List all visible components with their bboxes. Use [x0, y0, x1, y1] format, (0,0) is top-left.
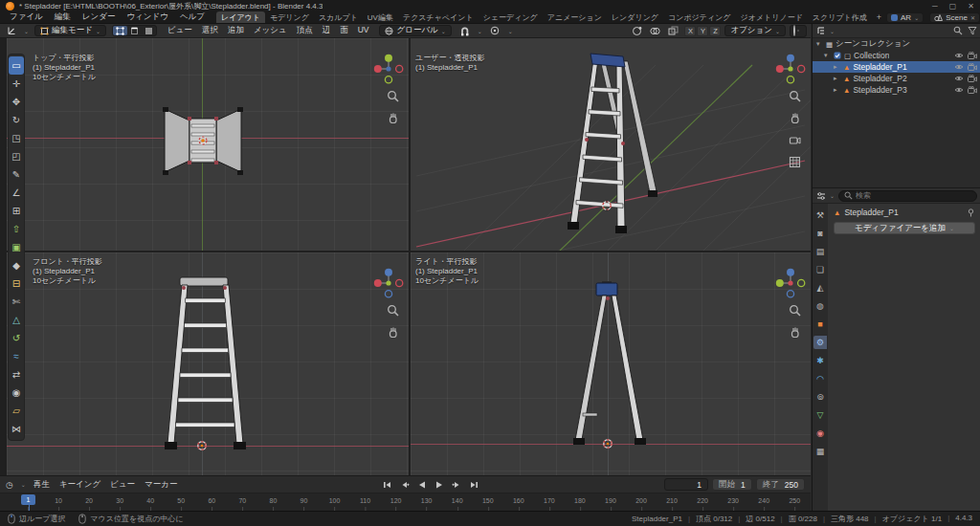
hide-eye-icon[interactable] [954, 86, 964, 94]
viewport-menu-item[interactable]: メッシュ [249, 25, 292, 36]
pan-hand-icon[interactable] [789, 326, 801, 339]
zoom-icon[interactable] [387, 304, 399, 317]
timeline-ruler[interactable]: 1102030405060708090100110120130140150160… [0, 493, 811, 511]
mirror-axis-toggle[interactable]: Z [709, 26, 721, 36]
pan-hand-icon[interactable] [387, 326, 399, 339]
navigation-gizmo[interactable] [373, 54, 404, 84]
tool-button-bevel[interactable]: ◆ [9, 256, 24, 274]
toggle-ortho-grid-icon[interactable] [789, 156, 801, 168]
zoom-icon[interactable] [789, 90, 801, 102]
snap-magnet-toggle[interactable] [457, 25, 472, 37]
properties-tab-physics[interactable]: ◠ [813, 372, 827, 385]
timeline-menu-item[interactable]: マーカー [145, 479, 177, 491]
wireframe-shading-button[interactable] [793, 26, 795, 35]
outliner-filter-icon[interactable] [968, 26, 977, 35]
playhead-marker[interactable]: 1 [21, 494, 35, 505]
viewport-menu-item[interactable]: 追加 [223, 25, 249, 36]
properties-tab-tool[interactable]: ⚒ [813, 208, 827, 222]
camera-view-icon[interactable] [789, 134, 801, 146]
outliner-collection-row[interactable]: ▾ ▢ Collection [813, 50, 980, 61]
pan-hand-icon[interactable] [387, 112, 399, 124]
viewport-right-ortho[interactable]: ライト・平行投影(1) Stepladder_P110センチメートル [411, 252, 811, 475]
menubar-item[interactable]: ファイル [4, 11, 49, 21]
properties-tab-object[interactable]: ■ [813, 318, 827, 331]
next-keyframe-button[interactable] [450, 478, 462, 491]
add-workspace-button[interactable]: + [872, 12, 886, 22]
pin-icon[interactable] [967, 208, 975, 217]
proportional-edit-toggle[interactable] [488, 25, 502, 37]
current-frame-field[interactable]: 1 [664, 478, 708, 491]
hide-eye-icon[interactable] [954, 63, 964, 71]
edge-select-button[interactable] [127, 26, 142, 35]
workspace-tab[interactable]: シェーディング [479, 11, 543, 24]
zoom-icon[interactable] [789, 304, 801, 317]
menubar-item[interactable]: レンダー [77, 11, 122, 21]
viewport-menu-item[interactable]: 辺 [318, 25, 336, 36]
add-modifier-button[interactable]: モディファイアーを追加 ⌄ [834, 222, 975, 234]
workspace-tab[interactable]: テクスチャペイント [398, 11, 479, 24]
disclosure-icon[interactable]: ▸ [834, 75, 840, 82]
properties-tab-render[interactable]: ◙ [813, 227, 827, 240]
frame-end-field[interactable]: 終了250 [756, 478, 805, 491]
tool-button-edge-slide[interactable]: ⇄ [9, 365, 24, 384]
tool-button-spin[interactable]: ↺ [9, 329, 24, 347]
workspace-tab[interactable]: レイアウト [216, 11, 265, 24]
workspace-tab[interactable]: モデリング [265, 11, 314, 24]
outliner-object-row-stepladder-p2[interactable]: ▸ ▲ Stepladder_P2 [813, 73, 980, 84]
vertex-select-button[interactable] [113, 26, 127, 35]
toggle-xray[interactable] [666, 25, 680, 37]
scene-selector[interactable]: Scene✕ [929, 12, 980, 23]
properties-tab-constraints[interactable]: ⊚ [813, 390, 827, 404]
mode-dropdown[interactable]: 編集モード⌄ [34, 25, 106, 36]
maximize-button[interactable]: ▢ [949, 2, 957, 11]
properties-editor-icon[interactable] [816, 191, 826, 201]
workspace-tab[interactable]: コンポジティング [663, 11, 736, 24]
timeline-menu-item[interactable]: 再生 [33, 479, 50, 491]
outliner-scene-collection[interactable]: ▾ ▦ シーンコレクション [813, 38, 980, 50]
collection-checkbox[interactable] [834, 52, 841, 59]
jump-to-end-button[interactable] [467, 478, 479, 491]
menubar-item[interactable]: 編集 [49, 11, 77, 21]
viewport-menu-item[interactable]: 選択 [197, 25, 223, 36]
workspace-tab[interactable]: UV編集 [363, 11, 398, 24]
tool-button-knife[interactable]: ✄ [9, 293, 24, 311]
properties-tab-view-layer[interactable]: ❏ [813, 263, 827, 276]
viewport-top-ortho[interactable]: トップ・平行投影(1) Stepladder_P110センチメートル [7, 38, 409, 251]
mirror-axis-toggle[interactable]: Y [697, 26, 708, 36]
workspace-tab[interactable]: レンダリング [607, 11, 663, 24]
show-overlays-toggle[interactable] [648, 25, 662, 37]
tool-button-cursor[interactable]: ✛ [9, 75, 24, 93]
tool-button-annotate[interactable]: ✎ [9, 165, 24, 184]
navigation-gizmo[interactable] [373, 268, 404, 298]
timeline-menu-item[interactable]: ビュー [110, 479, 135, 491]
outliner-object-row-stepladder-p3[interactable]: ▸ ▲ Stepladder_P3 [813, 84, 980, 96]
properties-tab-scene[interactable]: ◭ [813, 281, 827, 295]
show-gizmo-toggle[interactable] [630, 25, 644, 37]
hide-eye-icon[interactable] [954, 52, 964, 59]
frame-start-field[interactable]: 開始1 [712, 478, 752, 491]
ar-dropdown[interactable]: AR⌄ [886, 12, 924, 23]
tool-button-shrink-fatten[interactable]: ◉ [9, 384, 24, 402]
tool-button-inset-faces[interactable]: ▣ [9, 238, 24, 256]
workspace-tab[interactable]: アニメーション [543, 11, 607, 24]
navigation-gizmo[interactable] [775, 54, 806, 84]
properties-tab-texture[interactable]: ▦ [813, 445, 827, 458]
properties-search[interactable] [838, 190, 977, 202]
viewport-menu-item[interactable]: UV [353, 25, 374, 36]
workspace-tab[interactable]: スクリプト作成 [808, 11, 872, 24]
tool-button-transform[interactable]: ◰ [9, 147, 24, 165]
outliner-search-icon[interactable] [953, 26, 963, 35]
tool-button-extrude-region[interactable]: ⇧ [9, 220, 24, 238]
search-input[interactable] [856, 191, 971, 200]
timeline-editor-icon[interactable]: ◷ [6, 480, 13, 490]
zoom-icon[interactable] [387, 90, 399, 102]
properties-tab-modifiers[interactable]: ⚙ [813, 336, 827, 349]
viewport-user-perspective[interactable]: ユーザー・透視投影(1) Stepladder_P1 [411, 38, 811, 251]
jump-to-start-button[interactable] [381, 478, 393, 491]
tool-button-loop-cut[interactable]: ⊟ [9, 274, 24, 293]
tool-button-poly-build[interactable]: △ [9, 311, 24, 329]
disclosure-icon[interactable]: ▾ [824, 52, 831, 59]
face-select-button[interactable] [142, 26, 156, 35]
tool-button-smooth[interactable]: ≈ [9, 347, 24, 365]
viewport-menu-item[interactable]: 面 [335, 25, 353, 36]
